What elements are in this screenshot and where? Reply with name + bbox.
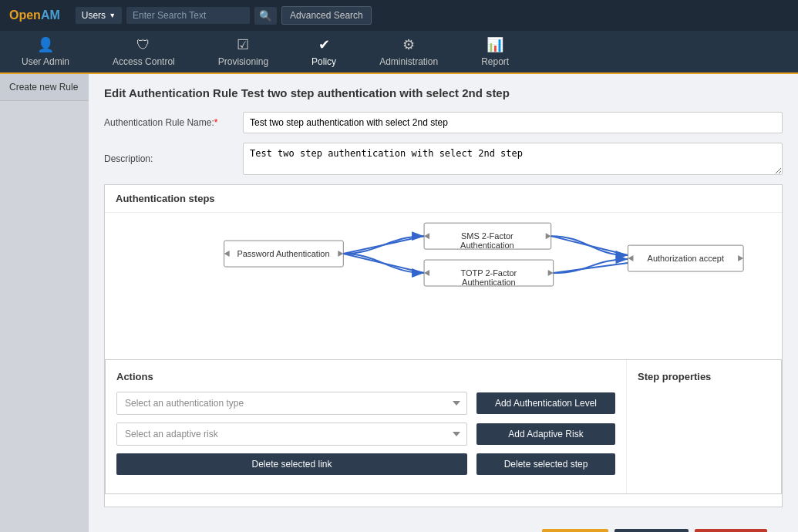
delete-selected-step-button[interactable]: Delete selected step bbox=[476, 453, 615, 475]
nav-report[interactable]: 📊 Report bbox=[460, 31, 530, 74]
policy-icon: ✔ bbox=[318, 36, 330, 53]
add-auth-level-button[interactable]: Add Authentication Level bbox=[476, 392, 615, 414]
adaptive-risk-select[interactable]: Select an adaptive risk bbox=[116, 423, 467, 446]
logo-open: Open bbox=[9, 8, 41, 22]
description-textarea[interactable]: Test two step authentication with select… bbox=[243, 143, 783, 175]
step-properties-panel: Step properties bbox=[627, 360, 781, 493]
save-button[interactable]: Save bbox=[542, 529, 608, 532]
search-area: Users 🔍 Advanced Search bbox=[76, 6, 372, 25]
actions-row-delete: Delete selected link Delete selected ste… bbox=[116, 453, 615, 475]
svg-text:Authentication: Authentication bbox=[460, 241, 514, 250]
search-input[interactable] bbox=[126, 7, 250, 24]
svg-line-17 bbox=[551, 236, 628, 255]
sidebar-item-create-rule[interactable]: Create new Rule bbox=[0, 74, 89, 101]
logo: OpenAM bbox=[9, 8, 60, 22]
top-bar: OpenAM Users 🔍 Advanced Search bbox=[0, 0, 798, 31]
svg-text:Password Authentication: Password Authentication bbox=[237, 249, 329, 258]
add-adaptive-risk-button[interactable]: Add Adaptive Risk bbox=[476, 423, 615, 445]
user-admin-icon: 👤 bbox=[37, 36, 54, 53]
nav-administration[interactable]: ⚙ Administration bbox=[358, 31, 460, 74]
advanced-search-button[interactable]: Advanced Search bbox=[281, 6, 372, 25]
svg-line-15 bbox=[343, 236, 424, 254]
main-content: Edit Authentication Rule Test two step a… bbox=[89, 74, 798, 532]
nav-provisioning[interactable]: ☑ Provisioning bbox=[197, 31, 290, 74]
nav-user-admin[interactable]: 👤 User Admin bbox=[0, 31, 91, 74]
users-dropdown[interactable]: Users bbox=[76, 7, 122, 24]
auth-type-select[interactable]: Select an authentication type bbox=[116, 392, 467, 415]
svg-line-16 bbox=[343, 254, 424, 273]
form-row-name: Authentication Rule Name:* bbox=[104, 112, 783, 133]
actions-row-auth-type: Select an authentication type Add Authen… bbox=[116, 392, 615, 415]
access-control-icon: 🛡 bbox=[136, 37, 150, 53]
description-label: Description: bbox=[104, 153, 243, 164]
provisioning-icon: ☑ bbox=[237, 36, 249, 53]
auth-steps-title: Authentication steps bbox=[105, 185, 782, 213]
auth-rule-name-input[interactable] bbox=[243, 112, 783, 133]
actions-section: Actions Select an authentication type Ad… bbox=[105, 359, 782, 494]
nav-policy[interactable]: ✔ Policy bbox=[290, 31, 358, 74]
sidebar: Create new Rule bbox=[0, 74, 89, 532]
actions-title: Actions bbox=[116, 371, 615, 382]
page-title: Edit Authentication Rule Test two step a… bbox=[104, 86, 783, 99]
logo-am: AM bbox=[41, 8, 60, 22]
auth-steps-section: Authentication steps bbox=[104, 184, 783, 507]
svg-text:SMS 2-Factor: SMS 2-Factor bbox=[461, 231, 513, 241]
layout: Create new Rule Edit Authentication Rule… bbox=[0, 74, 798, 532]
bottom-bar: Save Cancel Delete bbox=[104, 520, 783, 532]
svg-line-18 bbox=[554, 263, 628, 273]
main-nav: 👤 User Admin 🛡 Access Control ☑ Provisio… bbox=[0, 31, 798, 74]
delete-selected-link-button[interactable]: Delete selected link bbox=[116, 453, 467, 475]
administration-icon: ⚙ bbox=[402, 36, 415, 53]
step-properties-title: Step properties bbox=[638, 371, 770, 382]
nav-access-control[interactable]: 🛡 Access Control bbox=[91, 31, 197, 74]
svg-text:Authentication: Authentication bbox=[462, 278, 516, 287]
delete-button[interactable]: Delete bbox=[695, 529, 767, 532]
svg-text:TOTP 2-Factor: TOTP 2-Factor bbox=[460, 268, 517, 278]
form-row-description: Description: Test two step authenticatio… bbox=[104, 143, 783, 175]
flow-diagram: Password Authentication SMS 2-Factor Aut… bbox=[105, 213, 782, 359]
cancel-button[interactable]: Cancel bbox=[614, 529, 689, 532]
auth-rule-name-label: Authentication Rule Name:* bbox=[104, 117, 243, 128]
report-icon: 📊 bbox=[487, 36, 503, 53]
flow-svg: Password Authentication SMS 2-Factor Aut… bbox=[105, 213, 782, 359]
svg-text:Authorization accept: Authorization accept bbox=[648, 254, 724, 263]
actions-panel: Actions Select an authentication type Ad… bbox=[106, 360, 627, 493]
search-button[interactable]: 🔍 bbox=[254, 7, 277, 25]
actions-row-adaptive-risk: Select an adaptive risk Add Adaptive Ris… bbox=[116, 423, 615, 446]
